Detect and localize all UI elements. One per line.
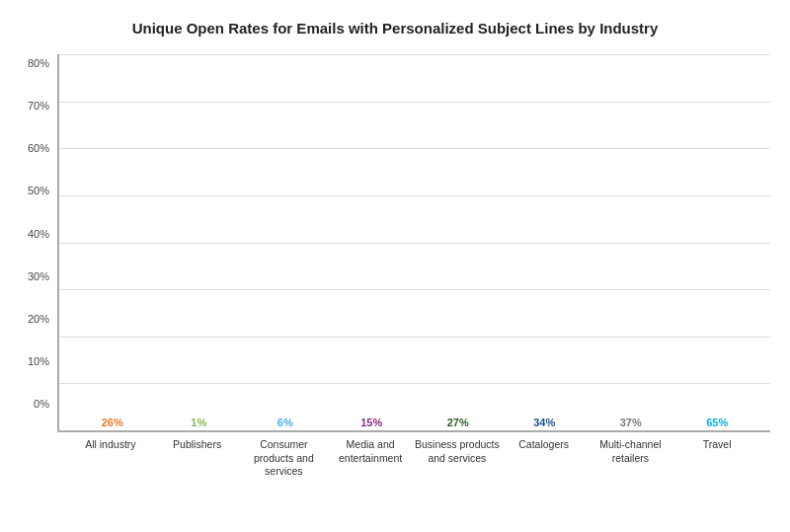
x-label-catalogers: Catalogers	[501, 438, 588, 479]
bar-value-multi-channel: 37%	[620, 417, 642, 428]
bar-value-catalogers: 34%	[533, 417, 555, 428]
y-axis-label: 80%	[28, 58, 49, 69]
chart-body: 26%1%6%15%27%34%37%65% All industryPubli…	[57, 54, 770, 479]
chart-title: Unique Open Rates for Emails with Person…	[132, 20, 659, 37]
bar-value-business-products: 27%	[447, 417, 469, 428]
bars-container: 26%1%6%15%27%34%37%65%	[59, 54, 770, 430]
x-labels: All industryPublishersConsumer products …	[57, 432, 770, 479]
y-axis-label: 60%	[28, 143, 49, 154]
y-axis-label: 40%	[28, 229, 49, 240]
bars-and-grid: 26%1%6%15%27%34%37%65%	[57, 54, 770, 432]
y-axis-label: 10%	[28, 356, 49, 367]
y-axis-label: 70%	[28, 101, 49, 112]
x-label-all-industry: All industry	[67, 438, 154, 479]
y-axis: 80%70%60%50%40%30%20%10%0%	[20, 54, 57, 479]
bar-value-publishers: 1%	[191, 417, 206, 428]
bar-value-consumer-products: 6%	[277, 417, 293, 428]
bar-value-all-industry: 26%	[102, 417, 123, 428]
y-axis-label: 50%	[28, 186, 49, 196]
bar-group-business-products: 27%	[415, 417, 502, 430]
bar-group-all-industry: 26%	[69, 417, 156, 430]
y-axis-label: 0%	[34, 399, 49, 410]
bar-group-publishers: 1%	[156, 417, 243, 430]
y-axis-label: 30%	[28, 271, 49, 282]
bar-group-multi-channel: 37%	[588, 417, 674, 430]
x-label-multi-channel: Multi-channel retailers	[588, 438, 674, 479]
bar-group-travel: 65%	[674, 417, 761, 430]
x-label-consumer-products: Consumer products and services	[241, 438, 328, 479]
x-label-media-entertainment: Media and entertainment	[327, 438, 414, 479]
bar-group-catalogers: 34%	[502, 417, 589, 430]
x-label-business-products: Business products and services	[414, 438, 501, 479]
bar-value-travel: 65%	[706, 417, 728, 428]
chart-area: 80%70%60%50%40%30%20%10%0% 26%1%6%15%27%…	[20, 54, 770, 479]
x-label-publishers: Publishers	[154, 438, 241, 479]
bar-group-consumer-products: 6%	[242, 417, 329, 430]
x-label-travel: Travel	[673, 438, 760, 479]
bar-group-media-entertainment: 15%	[329, 417, 416, 430]
bar-value-media-entertainment: 15%	[360, 417, 382, 428]
y-axis-label: 20%	[28, 314, 49, 325]
